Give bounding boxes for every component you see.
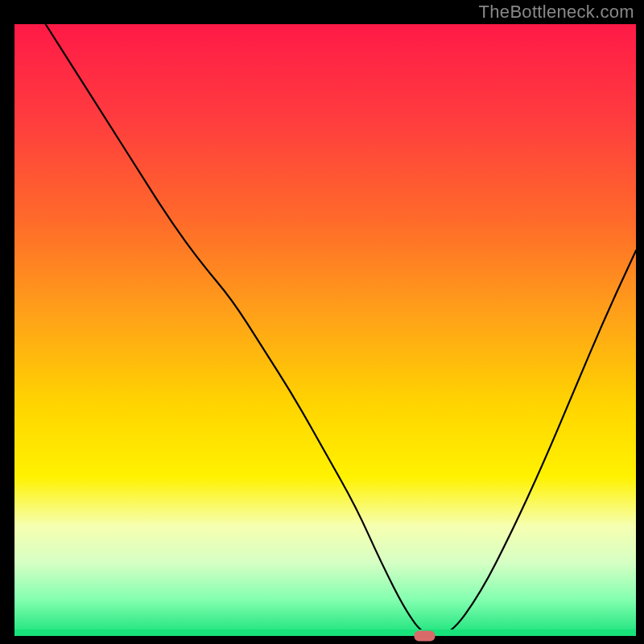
watermark-label: TheBottleneck.com <box>479 2 634 23</box>
baseline-strip <box>14 630 636 636</box>
bottleneck-chart <box>0 0 644 644</box>
chart-frame: TheBottleneck.com <box>0 0 644 644</box>
plot-background <box>14 24 636 636</box>
optimal-marker <box>415 631 436 642</box>
